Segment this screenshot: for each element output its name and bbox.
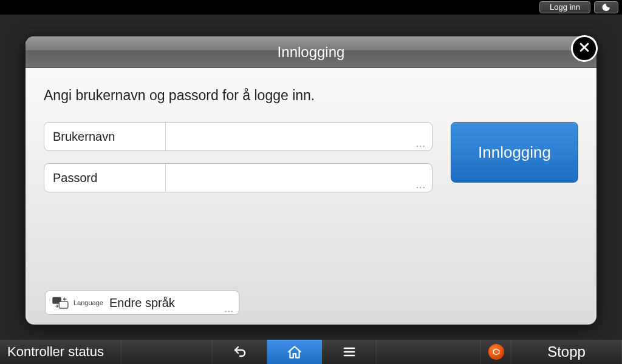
dialog-title: Innlogging — [278, 44, 345, 61]
ellipsis-icon: ... — [416, 180, 426, 190]
back-icon — [231, 345, 249, 359]
login-form: Brukernavn ... Passord ... Innlogging — [44, 122, 578, 192]
moon-icon — [601, 2, 611, 12]
username-input[interactable] — [166, 123, 432, 150]
dialog-header: Innlogging — [26, 36, 596, 68]
toolbar-spacer — [377, 340, 481, 364]
dialog-body: Angi brukernavn og passord for å logge i… — [26, 68, 596, 192]
instruction-text: Angi brukernavn og passord for å logge i… — [44, 87, 578, 104]
username-field[interactable]: Brukernavn ... — [44, 122, 432, 151]
ellipsis-icon: ... — [224, 303, 234, 314]
stop-icon-button[interactable] — [481, 340, 511, 364]
status-login-button[interactable]: Logg inn — [539, 1, 590, 13]
login-submit-button[interactable]: Innlogging — [451, 122, 578, 183]
svg-marker-7 — [493, 349, 499, 354]
home-button[interactable] — [267, 340, 322, 364]
login-submit-label: Innlogging — [478, 143, 551, 162]
toolbar-spacer — [121, 340, 213, 364]
night-mode-button[interactable] — [594, 1, 618, 13]
back-button[interactable] — [213, 340, 267, 364]
stop-icon — [488, 344, 504, 360]
status-login-label: Logg inn — [550, 2, 580, 13]
change-language-button[interactable]: Language Endre språk ... — [45, 291, 239, 315]
language-small-label: Language — [73, 299, 103, 306]
bottom-toolbar: Kontroller status Stopp — [0, 340, 622, 364]
home-icon — [287, 345, 302, 360]
language-label: Endre språk — [109, 296, 175, 310]
login-dialog: Innlogging Angi brukernavn og passord fo… — [26, 36, 596, 325]
close-button[interactable] — [571, 35, 598, 62]
check-status-button[interactable]: Kontroller status — [0, 340, 121, 364]
username-label: Brukernavn — [44, 123, 166, 150]
field-column: Brukernavn ... Passord ... — [44, 122, 432, 192]
stop-label: Stopp — [547, 343, 586, 360]
language-swap-icon — [52, 295, 70, 310]
password-field[interactable]: Passord ... — [44, 163, 432, 192]
menu-button[interactable] — [322, 340, 377, 364]
svg-rect-3 — [59, 302, 68, 308]
ellipsis-icon: ... — [416, 138, 426, 149]
password-input[interactable] — [166, 164, 432, 192]
password-label: Passord — [44, 164, 166, 192]
check-status-label: Kontroller status — [7, 344, 104, 360]
close-icon — [578, 41, 590, 56]
status-bar: Logg inn — [0, 0, 622, 15]
stop-button[interactable]: Stopp — [511, 340, 622, 364]
hamburger-icon — [342, 345, 357, 359]
